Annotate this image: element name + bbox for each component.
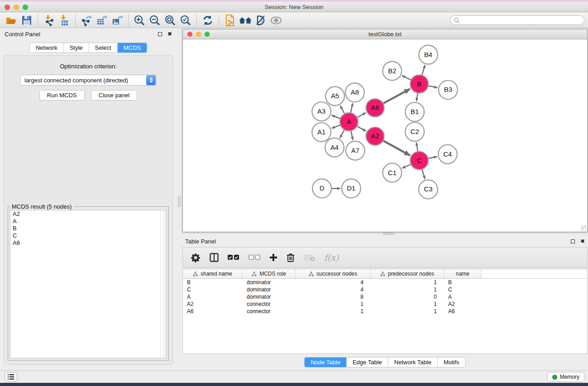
result-item[interactable]: A [10,218,166,225]
close-panel-icon[interactable]: ✖ [167,32,172,36]
result-item[interactable]: A6 [10,239,166,247]
graph-node-A7[interactable]: A7 [346,141,365,160]
zoom-in-button[interactable] [132,14,147,27]
deselect-all-button[interactable] [249,254,260,261]
network-canvas[interactable]: AA1A2A3A4A5A6A7A8BB1B2B3B4CC1C2C3C4DD1 [183,40,587,232]
memory-button[interactable]: Memory [547,372,584,382]
table-row[interactable]: Bdominator41B [183,279,587,286]
home-button[interactable] [238,14,253,27]
float-table-panel-icon[interactable] [571,239,575,243]
graph-node-B3[interactable]: B3 [439,81,458,100]
column-selector-button[interactable] [210,253,219,262]
add-column-button[interactable] [269,253,277,262]
control-panel-tabs: NetworkStyleSelectMCDS [0,43,177,53]
graph-node-A6[interactable]: A6 [366,99,384,117]
optimization-criterion-label: Optimization criterion: [4,63,172,70]
result-item[interactable]: C [10,232,166,239]
graph-node-C1[interactable]: C1 [383,163,402,182]
table-settings-button[interactable] [191,253,201,262]
tab-network-table[interactable]: Network Table [388,357,438,367]
zoom-selected-button[interactable] [178,14,193,27]
graph-node-A4[interactable]: A4 [325,138,344,157]
graph-node-C4[interactable]: C4 [438,145,457,164]
export-image-button[interactable] [110,14,125,27]
dropdown-stepper-icon [146,75,156,85]
birdseye-view-button[interactable] [268,14,284,27]
float-panel-icon[interactable] [158,32,162,36]
tab-style[interactable]: Style [64,43,89,52]
column-header-MCDS-role[interactable]: MCDS role [243,269,296,278]
tab-node-table[interactable]: Node Table [305,357,347,367]
tab-select[interactable]: Select [89,43,118,52]
node-table[interactable]: shared nameMCDS rolesuccessor nodesprede… [182,269,588,354]
task-history-button[interactable] [5,372,17,382]
column-type-icon [193,272,198,276]
cell-successor-nodes: 4 [296,286,371,293]
graph-node-B2[interactable]: B2 [383,62,402,81]
graph-node-B[interactable]: B [410,75,428,93]
result-item[interactable]: A2 [10,210,166,218]
save-session-button[interactable] [19,14,34,27]
import-table-button[interactable] [57,14,72,27]
cell-shared-name: B [183,279,243,286]
zoom-fit-button[interactable] [163,14,178,27]
select-all-button[interactable] [228,254,239,261]
graph-node-A8[interactable]: A8 [345,83,364,102]
table-panel-header: Table Panel ✖ [182,235,588,247]
window-resize-grip[interactable] [581,225,587,231]
graph-edge-A6-B[interactable] [381,89,410,105]
toggle-graphics-details-button[interactable] [253,14,268,27]
graph-node-D1[interactable]: D1 [342,179,361,198]
trash-icon [287,253,295,262]
criterion-dropdown[interactable]: largest connected component (directed) [20,75,157,86]
tab-network[interactable]: Network [30,43,64,52]
column-header-shared-name[interactable]: shared name [183,269,243,278]
tab-mcds[interactable]: MCDS [118,43,147,52]
export-table-button[interactable] [94,14,110,27]
graphics-details-icon [255,14,267,26]
column-header-predecessor-nodes[interactable]: predecessor nodes [371,269,444,278]
zoom-out-button[interactable] [147,14,163,27]
table-row[interactable]: Adominator80A [183,293,587,300]
import-network-icon [43,14,55,26]
graph-node-A2[interactable]: A2 [366,127,384,145]
mcds-result-list[interactable]: A2ABCA6 [10,210,167,358]
export-network-button[interactable] [79,14,94,27]
table-row[interactable]: A6connector11A6 [183,308,587,315]
network-window-titlebar: testGlobe.txt [183,29,587,39]
network-from-file-button[interactable] [222,14,238,27]
tab-motifs[interactable]: Motifs [438,357,465,367]
table-row[interactable]: A2connector11A2 [183,300,587,308]
graph-node-B4[interactable]: B4 [419,45,438,64]
run-mcds-button[interactable]: Run MCDS [39,90,85,100]
tab-edge-table[interactable]: Edge Table [347,357,388,367]
close-panel-button[interactable]: Close panel [91,90,138,100]
delete-column-button[interactable] [287,253,295,262]
graph-node-A[interactable]: A [340,113,358,131]
graph-node-C2[interactable]: C2 [405,122,424,141]
graph-node-B1[interactable]: B1 [405,102,424,121]
graph-node-C3[interactable]: C3 [419,180,438,199]
graph-node-A3[interactable]: A3 [312,102,331,121]
table-row[interactable]: Cdominator41C [183,286,587,293]
splitpane-vertical-handle[interactable] [178,196,181,207]
graph-node-A5[interactable]: A5 [325,87,344,106]
column-header-successor-nodes[interactable]: successor nodes [296,269,371,278]
delete-table-icon [304,254,315,261]
graph-node-C[interactable]: C [410,152,428,170]
graph-node-A1[interactable]: A1 [312,123,331,142]
graph-node-D[interactable]: D [312,179,331,198]
search-field[interactable] [450,15,584,25]
graph-edge-A2-C[interactable] [381,139,410,156]
search-input[interactable] [460,16,584,24]
svg-text:D1: D1 [347,184,355,192]
result-list-scrollbar[interactable] [160,210,166,358]
splitpane-horizontal-handle[interactable] [383,233,394,235]
column-header-name[interactable]: name [444,269,482,278]
column-type-icon [309,272,314,276]
close-table-panel-icon[interactable]: ✖ [580,239,585,243]
open-session-button[interactable] [4,14,19,27]
result-item[interactable]: B [10,225,166,232]
refresh-button[interactable] [200,14,215,27]
import-network-button[interactable] [41,14,57,27]
